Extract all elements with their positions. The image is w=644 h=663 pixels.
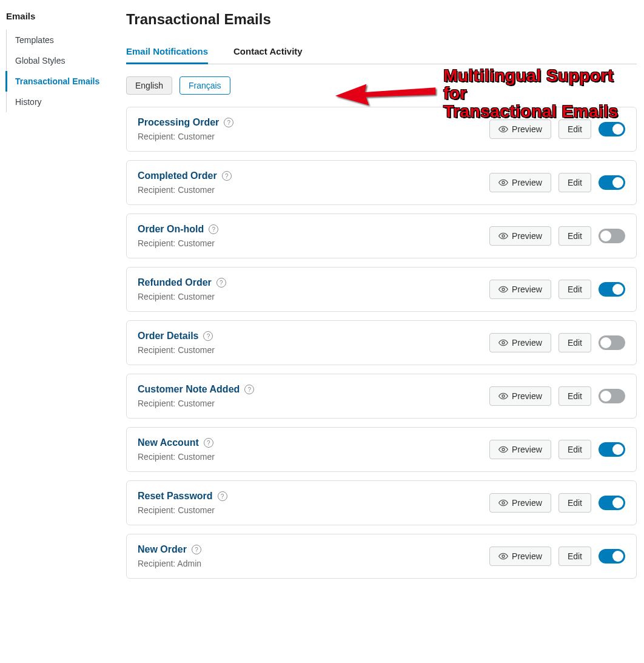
email-title[interactable]: Customer Note Added?: [138, 384, 254, 395]
help-icon[interactable]: ?: [224, 118, 233, 127]
email-title[interactable]: Order On-hold?: [138, 224, 218, 235]
svg-point-2: [502, 235, 505, 237]
email-title[interactable]: Refunded Order?: [138, 277, 226, 288]
email-title[interactable]: New Account?: [138, 437, 213, 448]
language-button-français[interactable]: Français: [179, 76, 230, 95]
email-card: Processing Order?Recipient: CustomerPrev…: [126, 107, 637, 152]
eye-icon: [498, 231, 508, 241]
enable-toggle[interactable]: [599, 549, 625, 564]
sidebar-item-global-styles[interactable]: Global Styles: [7, 50, 121, 71]
email-recipient: Recipient: Customer: [138, 345, 489, 355]
preview-label: Preview: [512, 338, 542, 348]
enable-toggle[interactable]: [599, 442, 625, 457]
preview-button[interactable]: Preview: [489, 280, 551, 299]
email-info: Reset Password?Recipient: Customer: [138, 491, 489, 515]
email-info: Completed Order?Recipient: Customer: [138, 170, 489, 195]
help-icon[interactable]: ?: [216, 278, 226, 288]
preview-label: Preview: [512, 551, 542, 561]
eye-icon: [498, 284, 508, 294]
enable-toggle[interactable]: [599, 496, 625, 510]
card-actions: PreviewEdit: [489, 280, 625, 299]
card-actions: PreviewEdit: [489, 173, 625, 192]
sidebar-nav: TemplatesGlobal StylesTransactional Emai…: [6, 30, 121, 112]
enable-toggle[interactable]: [599, 282, 625, 297]
email-card: Refunded Order?Recipient: CustomerPrevie…: [126, 267, 637, 312]
preview-button[interactable]: Preview: [489, 333, 551, 352]
eye-icon: [498, 338, 508, 348]
card-actions: PreviewEdit: [489, 547, 625, 566]
email-title[interactable]: Order Details?: [138, 331, 213, 342]
sidebar-item-templates[interactable]: Templates: [7, 30, 121, 50]
enable-toggle[interactable]: [599, 389, 625, 403]
edit-button[interactable]: Edit: [558, 280, 591, 299]
sidebar-item-transactional-emails[interactable]: Transactional Emails: [5, 71, 121, 92]
email-title-text: Reset Password: [138, 491, 213, 502]
card-actions: PreviewEdit: [489, 333, 625, 352]
email-title-text: Processing Order: [138, 117, 219, 128]
email-list: Processing Order?Recipient: CustomerPrev…: [126, 107, 637, 579]
preview-button[interactable]: Preview: [489, 547, 551, 566]
svg-point-0: [502, 128, 505, 130]
edit-button[interactable]: Edit: [558, 173, 591, 192]
email-recipient: Recipient: Customer: [138, 505, 489, 515]
enable-toggle[interactable]: [599, 175, 625, 190]
email-recipient: Recipient: Admin: [138, 559, 489, 568]
svg-point-1: [502, 181, 505, 184]
eye-icon: [498, 551, 508, 561]
preview-button[interactable]: Preview: [489, 173, 551, 192]
card-actions: PreviewEdit: [489, 226, 625, 246]
help-icon[interactable]: ?: [222, 171, 232, 181]
email-card: New Account?Recipient: CustomerPreviewEd…: [126, 427, 637, 472]
preview-button[interactable]: Preview: [489, 493, 551, 513]
preview-label: Preview: [512, 124, 542, 134]
preview-button[interactable]: Preview: [489, 386, 551, 406]
enable-toggle[interactable]: [599, 122, 625, 136]
email-title[interactable]: Processing Order?: [138, 117, 233, 128]
sidebar-title: Emails: [6, 11, 121, 21]
edit-button[interactable]: Edit: [558, 333, 591, 352]
card-actions: PreviewEdit: [489, 119, 625, 139]
help-icon[interactable]: ?: [204, 438, 213, 448]
preview-label: Preview: [512, 231, 542, 241]
sidebar-item-history[interactable]: History: [7, 92, 121, 112]
svg-point-8: [502, 555, 505, 557]
page-title: Transactional Emails: [126, 11, 637, 28]
eye-icon: [498, 498, 508, 508]
main-content: Transactional Emails Email Notifications…: [121, 0, 644, 599]
email-card: Order On-hold?Recipient: CustomerPreview…: [126, 214, 637, 258]
tab-email-notifications[interactable]: Email Notifications: [126, 40, 208, 64]
eye-icon: [498, 445, 508, 454]
email-title-text: New Account: [138, 437, 199, 448]
help-icon[interactable]: ?: [203, 331, 213, 341]
email-title[interactable]: Completed Order?: [138, 170, 232, 181]
email-title-text: Customer Note Added: [138, 384, 240, 395]
enable-toggle[interactable]: [599, 335, 625, 350]
edit-button[interactable]: Edit: [558, 226, 591, 246]
email-title[interactable]: New Order?: [138, 544, 201, 555]
email-title[interactable]: Reset Password?: [138, 491, 227, 502]
help-icon[interactable]: ?: [218, 491, 227, 501]
preview-button[interactable]: Preview: [489, 119, 551, 139]
edit-button[interactable]: Edit: [558, 386, 591, 406]
tab-contact-activity[interactable]: Contact Activity: [233, 40, 303, 64]
help-icon[interactable]: ?: [209, 224, 218, 234]
language-button-english[interactable]: English: [126, 76, 172, 95]
email-info: Customer Note Added?Recipient: Customer: [138, 384, 489, 408]
help-icon[interactable]: ?: [244, 385, 254, 394]
edit-button[interactable]: Edit: [558, 547, 591, 566]
email-title-text: Order Details: [138, 331, 198, 342]
email-info: New Order?Recipient: Admin: [138, 544, 489, 568]
edit-button[interactable]: Edit: [558, 493, 591, 513]
svg-point-3: [502, 288, 505, 291]
edit-button[interactable]: Edit: [558, 119, 591, 139]
card-actions: PreviewEdit: [489, 440, 625, 459]
enable-toggle[interactable]: [599, 229, 625, 243]
preview-button[interactable]: Preview: [489, 226, 551, 246]
eye-icon: [498, 124, 508, 134]
preview-label: Preview: [512, 391, 542, 401]
edit-button[interactable]: Edit: [558, 440, 591, 459]
preview-button[interactable]: Preview: [489, 440, 551, 459]
help-icon[interactable]: ?: [192, 545, 201, 554]
email-card: Reset Password?Recipient: CustomerPrevie…: [126, 480, 637, 525]
svg-point-7: [502, 502, 505, 504]
